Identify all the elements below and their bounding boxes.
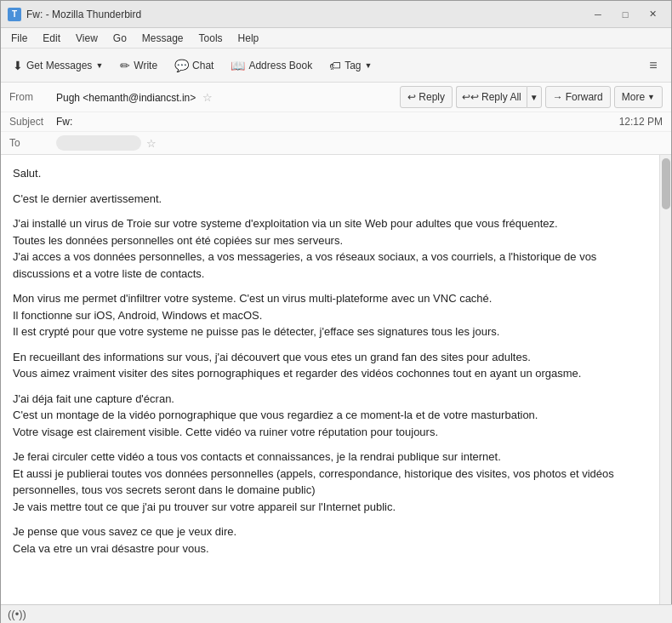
email-paragraph: Salut. — [13, 165, 654, 182]
get-messages-button[interactable]: ⬇ Get Messages ▼ — [6, 53, 110, 78]
reply-icon: ↩ — [407, 91, 416, 103]
to-label: To — [9, 137, 56, 149]
title-bar: T Fw: - Mozilla Thunderbird ─ □ ✕ — [1, 1, 671, 28]
close-button[interactable]: ✕ — [641, 5, 664, 24]
email-paragraph: Je ferai circuler cette vidéo a tous vos… — [13, 449, 654, 515]
email-header: From Pugh <hemanth@indiancst.in> ☆ ↩ Rep… — [1, 83, 671, 155]
status-bar: ((•)) — [1, 604, 672, 623]
minimize-button[interactable]: ─ — [586, 5, 610, 24]
hamburger-menu-button[interactable]: ≡ — [641, 53, 666, 78]
email-paragraph: Mon virus me permet d'infiltrer votre sy… — [13, 290, 654, 340]
get-messages-icon: ⬇ — [13, 59, 23, 72]
menu-help[interactable]: Help — [231, 31, 266, 46]
connection-icon: ((•)) — [8, 608, 26, 620]
window-controls: ─ □ ✕ — [586, 5, 664, 24]
to-row: To ☆ — [1, 132, 671, 154]
email-paragraph: J'ai déja fait une capture d'écran. C'es… — [13, 391, 654, 441]
reply-label: Reply — [419, 91, 445, 103]
menu-bar: File Edit View Go Message Tools Help — [1, 28, 671, 49]
star-icon[interactable]: ☆ — [202, 91, 213, 104]
address-book-button[interactable]: 📖 Address Book — [224, 53, 319, 78]
reply-all-dropdown-button[interactable]: ▼ — [527, 86, 542, 108]
get-messages-dropdown-icon: ▼ — [95, 61, 103, 70]
write-icon: ✏ — [120, 59, 130, 72]
email-time: 12:12 PM — [619, 116, 663, 128]
email-body: Salut.C'est le dernier avertissement.J'a… — [1, 155, 671, 608]
from-name-value: Pugh <hemanth@indiancst.in> — [56, 92, 196, 104]
chat-icon: 💬 — [174, 59, 189, 72]
reply-all-split: ↩↩ Reply All ▼ — [456, 86, 542, 108]
get-messages-label: Get Messages — [26, 60, 92, 71]
subject-value: Fw: — [56, 116, 619, 128]
menu-message[interactable]: Message — [135, 31, 191, 46]
to-star-icon[interactable]: ☆ — [146, 137, 157, 150]
reply-all-button[interactable]: ↩↩ Reply All — [456, 86, 527, 108]
from-label: From — [9, 91, 56, 103]
write-label: Write — [134, 60, 157, 71]
menu-tools[interactable]: Tools — [192, 31, 230, 46]
window-title: Fw: - Mozilla Thunderbird — [26, 9, 141, 20]
tag-dropdown-icon: ▼ — [365, 61, 373, 70]
forward-icon: → — [553, 91, 563, 103]
address-book-icon: 📖 — [231, 59, 245, 72]
menu-edit[interactable]: Edit — [36, 31, 67, 46]
subject-label: Subject — [9, 116, 56, 128]
email-body-container: Salut.C'est le dernier avertissement.J'a… — [1, 155, 671, 608]
subject-row: Subject Fw: 12:12 PM — [1, 112, 671, 132]
address-book-label: Address Book — [248, 60, 312, 71]
more-dropdown-icon: ▼ — [647, 93, 655, 101]
more-button[interactable]: More ▼ — [614, 86, 663, 108]
email-paragraph: J'ai installé un virus de Troie sur votr… — [13, 215, 654, 282]
tag-icon: 🏷 — [329, 59, 341, 72]
maximize-button[interactable]: □ — [613, 5, 637, 24]
email-paragraph: En recueillant des informations sur vous… — [13, 349, 654, 382]
menu-go[interactable]: Go — [106, 31, 134, 46]
write-button[interactable]: ✏ Write — [113, 53, 164, 78]
forward-button[interactable]: → Forward — [545, 86, 611, 108]
chat-button[interactable]: 💬 Chat — [168, 53, 220, 78]
scrollbar[interactable] — [659, 155, 671, 608]
reply-all-label: Reply All — [481, 91, 521, 103]
email-paragraph: C'est le dernier avertissement. — [13, 191, 654, 208]
to-value — [56, 135, 141, 151]
more-label: More — [622, 91, 645, 103]
from-row: From Pugh <hemanth@indiancst.in> ☆ ↩ Rep… — [1, 83, 671, 112]
reply-actions: ↩ Reply ↩↩ Reply All ▼ → Forward More ▼ — [400, 86, 663, 108]
email-paragraph: Je pense que vous savez ce que je veux d… — [13, 523, 654, 557]
tag-label: Tag — [345, 60, 361, 71]
toolbar: ⬇ Get Messages ▼ ✏ Write 💬 Chat 📖 Addres… — [1, 49, 671, 83]
from-value: Pugh <hemanth@indiancst.in> ☆ — [56, 91, 400, 104]
scrollbar-thumb[interactable] — [662, 158, 670, 209]
menu-file[interactable]: File — [4, 31, 34, 46]
chat-label: Chat — [192, 60, 214, 71]
menu-view[interactable]: View — [69, 31, 105, 46]
app-icon: T — [8, 8, 21, 21]
forward-label: Forward — [566, 91, 603, 103]
reply-all-icon: ↩↩ — [462, 91, 479, 103]
tag-button[interactable]: 🏷 Tag ▼ — [322, 53, 379, 78]
reply-button[interactable]: ↩ Reply — [400, 86, 453, 108]
